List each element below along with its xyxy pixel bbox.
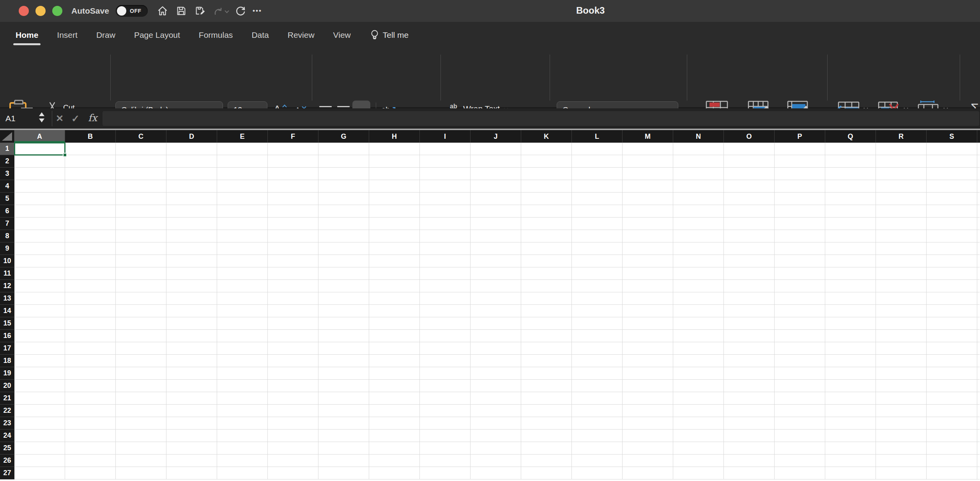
cell-c2[interactable]: [116, 155, 166, 168]
cell-l7[interactable]: [572, 218, 623, 230]
cell-p20[interactable]: [775, 380, 825, 392]
cell-o1[interactable]: [724, 143, 775, 155]
cell-s20[interactable]: [927, 380, 977, 392]
tell-me[interactable]: Tell me: [370, 29, 409, 41]
cell-e2[interactable]: [217, 155, 268, 168]
row-header-25[interactable]: 25: [0, 442, 14, 454]
cell-h7[interactable]: [369, 218, 420, 230]
cell-a18[interactable]: [14, 355, 65, 367]
cell-g11[interactable]: [318, 267, 369, 280]
cell-b20[interactable]: [65, 380, 116, 392]
cell-n7[interactable]: [673, 218, 724, 230]
cell-b18[interactable]: [65, 355, 116, 367]
cell-i15[interactable]: [420, 317, 471, 330]
cell-h18[interactable]: [369, 355, 420, 367]
cell-q24[interactable]: [825, 430, 876, 442]
cell-j10[interactable]: [471, 255, 521, 267]
cell-l20[interactable]: [572, 380, 623, 392]
cell-r12[interactable]: [876, 280, 927, 292]
cell-i23[interactable]: [420, 417, 471, 430]
cell-q21[interactable]: [825, 392, 876, 405]
cell-m8[interactable]: [623, 230, 673, 242]
cell-b22[interactable]: [65, 405, 116, 417]
cell-g19[interactable]: [318, 367, 369, 380]
cell-d11[interactable]: [166, 267, 217, 280]
cell-j2[interactable]: [471, 155, 521, 168]
cell-b3[interactable]: [65, 168, 116, 180]
cell-m22[interactable]: [623, 405, 673, 417]
cell-l27[interactable]: [572, 467, 623, 479]
cell-o27[interactable]: [724, 467, 775, 479]
row-header-21[interactable]: 21: [0, 392, 14, 405]
cell-f9[interactable]: [268, 242, 318, 255]
cell-m9[interactable]: [623, 242, 673, 255]
cell-l17[interactable]: [572, 342, 623, 355]
cell-l3[interactable]: [572, 168, 623, 180]
cell-s6[interactable]: [927, 205, 977, 218]
cell-m25[interactable]: [623, 442, 673, 454]
cell-d23[interactable]: [166, 417, 217, 430]
cell-m19[interactable]: [623, 367, 673, 380]
cell-i7[interactable]: [420, 218, 471, 230]
cell-k3[interactable]: [521, 168, 572, 180]
cell-l13[interactable]: [572, 292, 623, 305]
cell-i25[interactable]: [420, 442, 471, 454]
cell-o19[interactable]: [724, 367, 775, 380]
cell-i12[interactable]: [420, 280, 471, 292]
cell-g12[interactable]: [318, 280, 369, 292]
cell-o25[interactable]: [724, 442, 775, 454]
cell-a20[interactable]: [14, 380, 65, 392]
cell-s23[interactable]: [927, 417, 977, 430]
cell-i21[interactable]: [420, 392, 471, 405]
cell-j12[interactable]: [471, 280, 521, 292]
cell-m23[interactable]: [623, 417, 673, 430]
column-header-g[interactable]: G: [318, 130, 369, 143]
cell-q19[interactable]: [825, 367, 876, 380]
cell-m11[interactable]: [623, 267, 673, 280]
cell-a21[interactable]: [14, 392, 65, 405]
cell-f17[interactable]: [268, 342, 318, 355]
cell-c21[interactable]: [116, 392, 166, 405]
cell-s16[interactable]: [927, 330, 977, 342]
cell-h12[interactable]: [369, 280, 420, 292]
cell-d1[interactable]: [166, 143, 217, 155]
cell-r16[interactable]: [876, 330, 927, 342]
cell-r4[interactable]: [876, 180, 927, 193]
cell-n3[interactable]: [673, 168, 724, 180]
cell-c7[interactable]: [116, 218, 166, 230]
cell-j6[interactable]: [471, 205, 521, 218]
cell-g17[interactable]: [318, 342, 369, 355]
cell-f20[interactable]: [268, 380, 318, 392]
cell-n26[interactable]: [673, 454, 724, 467]
cell-p6[interactable]: [775, 205, 825, 218]
cell-q12[interactable]: [825, 280, 876, 292]
cell-g21[interactable]: [318, 392, 369, 405]
cell-h23[interactable]: [369, 417, 420, 430]
row-header-15[interactable]: 15: [0, 317, 14, 330]
cell-g7[interactable]: [318, 218, 369, 230]
cell-s19[interactable]: [927, 367, 977, 380]
cell-e6[interactable]: [217, 205, 268, 218]
cell-s12[interactable]: [927, 280, 977, 292]
cell-d9[interactable]: [166, 242, 217, 255]
cell-i20[interactable]: [420, 380, 471, 392]
cell-k15[interactable]: [521, 317, 572, 330]
row-header-24[interactable]: 24: [0, 430, 14, 442]
cell-k10[interactable]: [521, 255, 572, 267]
cell-b14[interactable]: [65, 305, 116, 317]
cell-m6[interactable]: [623, 205, 673, 218]
cell-h4[interactable]: [369, 180, 420, 193]
cell-l10[interactable]: [572, 255, 623, 267]
cell-n9[interactable]: [673, 242, 724, 255]
cell-q6[interactable]: [825, 205, 876, 218]
cell-d2[interactable]: [166, 155, 217, 168]
cell-f19[interactable]: [268, 367, 318, 380]
cell-s15[interactable]: [927, 317, 977, 330]
cell-h26[interactable]: [369, 454, 420, 467]
cell-j3[interactable]: [471, 168, 521, 180]
cell-b23[interactable]: [65, 417, 116, 430]
cell-b27[interactable]: [65, 467, 116, 479]
cell-p26[interactable]: [775, 454, 825, 467]
cell-k11[interactable]: [521, 267, 572, 280]
cell-n11[interactable]: [673, 267, 724, 280]
